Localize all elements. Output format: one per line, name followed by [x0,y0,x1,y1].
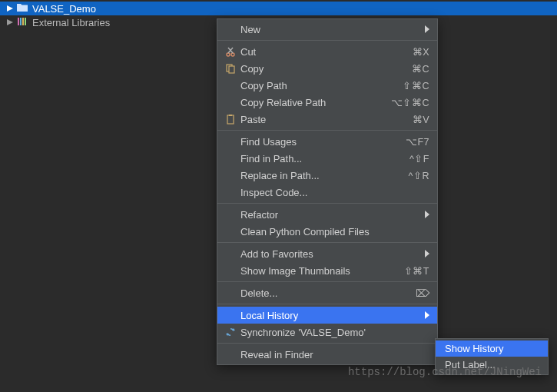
menu-item-synchronize[interactable]: Synchronize 'VALSE_Demo' [217,324,437,341]
menu-separator [217,343,437,344]
menu-item-replace-in-path[interactable]: Replace in Path... ^⇧R [217,167,437,184]
submenu-arrow-icon [422,310,429,321]
svg-rect-12 [229,66,234,73]
svg-rect-4 [22,18,24,25]
menu-item-reveal-finder[interactable]: Reveal in Finder [217,346,437,363]
menu-item-find-usages[interactable]: Find Usages ⌥F7 [217,133,437,150]
menu-item-cut[interactable]: Cut ⌘X [217,43,437,60]
menu-separator [217,242,437,243]
submenu-arrow-icon [422,24,429,35]
menu-item-local-history[interactable]: Local History [217,307,437,324]
menu-item-add-favorites[interactable]: Add to Favorites [217,245,437,262]
svg-rect-3 [20,18,22,25]
tree-item-label: External Libraries [31,17,110,28]
svg-rect-5 [25,18,26,25]
local-history-submenu: Show History Put Label... [435,338,549,375]
menu-separator [217,40,437,41]
tree-item-valse-demo[interactable]: VALSE_Demo [0,2,557,15]
svg-marker-15 [425,211,429,218]
svg-marker-17 [425,311,429,319]
menu-separator [217,304,437,304]
submenu-item-show-history[interactable]: Show History [436,341,548,357]
svg-rect-13 [227,115,234,124]
sync-icon [224,327,237,337]
svg-marker-6 [425,25,429,33]
menu-item-show-thumbnails[interactable]: Show Image Thumbnails ⇧⌘T [217,262,437,279]
svg-point-7 [227,53,230,56]
menu-item-copy[interactable]: Copy ⌘C [217,60,437,77]
menu-item-refactor[interactable]: Refactor [217,206,437,223]
menu-separator [217,281,437,282]
chevron-right-icon [6,19,14,25]
menu-item-paste[interactable]: Paste ⌘V [217,111,437,128]
svg-marker-1 [7,19,13,25]
menu-item-copy-relative-path[interactable]: Copy Relative Path ⌥⇧⌘C [217,94,437,111]
library-icon [17,17,28,28]
menu-item-clean-compiled[interactable]: Clean Python Compiled Files [217,223,437,240]
paste-icon [224,114,237,125]
cut-icon [224,46,237,57]
copy-icon [224,63,237,74]
submenu-arrow-icon [422,248,429,260]
submenu-item-put-label[interactable]: Put Label... [436,357,548,373]
svg-rect-2 [18,18,19,25]
folder-icon [17,3,28,15]
menu-item-delete[interactable]: Delete... ⌦ [217,284,437,301]
menu-separator [217,130,437,131]
submenu-arrow-icon [422,209,429,221]
svg-point-8 [231,53,234,56]
svg-marker-16 [425,250,429,257]
menu-item-find-in-path[interactable]: Find in Path... ^⇧F [217,150,437,167]
chevron-right-icon [6,5,14,12]
menu-item-inspect-code[interactable]: Inspect Code... [217,184,437,201]
svg-rect-14 [229,115,232,116]
context-menu: New Cut ⌘X Copy ⌘C Copy Path ⇧⌘C Copy Re… [217,18,438,365]
tree-item-label: VALSE_Demo [31,3,96,15]
menu-item-copy-path[interactable]: Copy Path ⇧⌘C [217,77,437,94]
menu-separator [217,203,437,204]
svg-marker-0 [7,5,13,12]
menu-item-new[interactable]: New [217,21,437,38]
